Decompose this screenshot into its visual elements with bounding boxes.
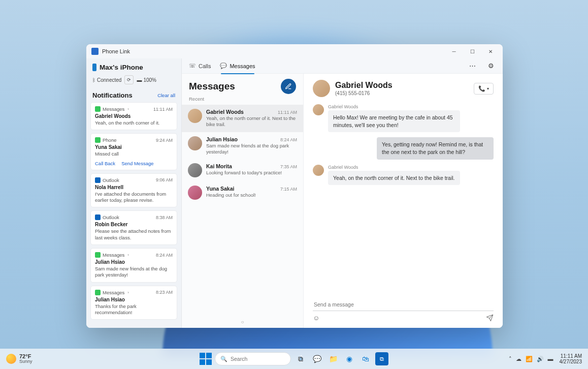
thread-item[interactable]: Yuna Sakai7:15 AMHeading out for school! xyxy=(182,181,303,204)
toolbar: ☏ Calls 💬 Messages ⋯ ⚙ xyxy=(182,58,503,74)
search-input[interactable] xyxy=(231,356,297,362)
emoji-button[interactable]: ☺ xyxy=(313,314,319,322)
messages-icon: 💬 xyxy=(220,63,227,69)
refresh-button[interactable]: ⟳ xyxy=(124,75,134,84)
message-row: Gabriel WoodsHello Max! We are meeting b… xyxy=(313,104,494,132)
thread-item[interactable]: Kai Morita7:35 AMLooking forward to toda… xyxy=(182,159,303,181)
clear-all-link[interactable]: Clear all xyxy=(157,93,175,98)
notifications-title: Notifications xyxy=(92,91,133,99)
message-bubble[interactable]: Hello Max! We are meeting by the cafe in… xyxy=(328,110,460,132)
loading-indicator: ○ xyxy=(182,316,303,328)
app-badge-icon xyxy=(95,290,101,295)
call-button[interactable]: 📞 ▾ xyxy=(474,83,494,95)
notification-card[interactable]: Outlook8:38 AMRobin BeckerPlease see the… xyxy=(90,210,177,245)
close-button[interactable]: ✕ xyxy=(481,44,500,58)
app-badge-icon xyxy=(95,137,101,143)
conversation-scroll[interactable]: Gabriel WoodsHello Max! We are meeting b… xyxy=(304,101,503,295)
conversation-column: Gabriel Woods (415) 555-0176 📞 ▾ Gabriel… xyxy=(304,74,503,328)
notification-action[interactable]: Call Back xyxy=(95,161,115,166)
notification-time: 8:24 AM xyxy=(156,253,173,258)
tab-messages[interactable]: 💬 Messages xyxy=(220,60,255,71)
thread-item[interactable]: Gabriel Woods11:11 AMYeah, on the north … xyxy=(182,105,303,132)
titlebar[interactable]: Phone Link ─ ☐ ✕ xyxy=(86,44,503,58)
chat-app[interactable]: 💬 xyxy=(310,352,323,365)
notification-body: Thanks for the park recommendation! xyxy=(95,303,173,316)
edge-app[interactable]: ◉ xyxy=(343,352,356,365)
app-badge-icon xyxy=(95,106,101,112)
explorer-app[interactable]: 📁 xyxy=(326,352,340,365)
taskbar[interactable]: 72°F Sunny 🔍 b ⧉ 💬 📁 ◉ 🛍 ⧉ ˄ ☁ 📶 🔊 ▬ 11:… xyxy=(0,349,588,369)
battery-status: ▬ 100% xyxy=(137,77,156,83)
notification-card[interactable]: Messages›8:23 AMJulian HsiaoThanks for t… xyxy=(90,286,177,320)
chevron-up-icon[interactable]: ˄ xyxy=(509,356,512,362)
app-name: Messages xyxy=(103,106,124,112)
status-row: ᛒ Connected ⟳ ▬ 100% xyxy=(86,73,181,88)
thread-time: 11:11 AM xyxy=(278,110,297,115)
task-view-button[interactable]: ⧉ xyxy=(294,352,307,365)
thread-snippet: Heading out for school! xyxy=(206,192,297,198)
weather-icon xyxy=(6,354,16,364)
app-badge-icon xyxy=(95,177,101,183)
volume-icon[interactable]: 🔊 xyxy=(537,356,544,362)
clock[interactable]: 11:11 AM 4/27/2023 xyxy=(560,353,582,364)
recent-label: Recent xyxy=(182,95,303,105)
minimize-button[interactable]: ─ xyxy=(445,44,463,58)
notification-card[interactable]: Messages›11:11 AMGabriel WoodsYeah, on t… xyxy=(90,102,177,130)
clock-date: 4/27/2023 xyxy=(560,359,582,364)
notification-body: Sam made new friends at the dog park yes… xyxy=(95,266,173,279)
thread-name: Julian Hsiao xyxy=(206,136,238,142)
app-icon xyxy=(91,48,99,55)
notification-time: 9:24 AM xyxy=(156,138,173,143)
compose-button[interactable] xyxy=(281,79,296,94)
store-app[interactable]: 🛍 xyxy=(359,352,372,365)
app-badge-icon xyxy=(95,214,101,220)
notification-body: I've attached the documents from earlier… xyxy=(95,191,173,204)
bluetooth-icon: ᛒ xyxy=(92,77,95,83)
thread-avatar xyxy=(188,136,202,150)
notification-card[interactable]: Phone9:24 AMYuna SakaiMissed callCall Ba… xyxy=(90,133,177,170)
phone-icon xyxy=(92,64,96,71)
device-row[interactable]: Max's iPhone xyxy=(86,62,181,73)
notification-time: 9:06 AM xyxy=(156,177,173,182)
onedrive-icon[interactable]: ☁ xyxy=(516,356,521,362)
weather-widget[interactable]: 72°F Sunny xyxy=(6,354,32,364)
message-avatar xyxy=(313,165,324,176)
message-sender: Gabriel Woods xyxy=(328,104,460,109)
notification-action[interactable]: Send Message xyxy=(121,161,153,166)
search-icon: 🔍 xyxy=(220,356,227,362)
phone-link-app[interactable]: ⧉ xyxy=(375,352,388,365)
message-bubble[interactable]: Yeah, on the north corner of it. Next to… xyxy=(328,171,460,186)
battery-icon: ▬ xyxy=(137,77,142,83)
notification-card[interactable]: Outlook9:06 AMNola HarrellI've attached … xyxy=(90,173,177,208)
thread-item[interactable]: Julian Hsiao8:24 AMSam made new friends … xyxy=(182,132,303,160)
message-bubble[interactable]: Yes, getting ready now! Remind me, is th… xyxy=(377,137,494,159)
notification-list[interactable]: Messages›11:11 AMGabriel WoodsYeah, on t… xyxy=(86,101,181,328)
notification-card[interactable]: Messages›8:24 AMJulian HsiaoSam made new… xyxy=(90,248,177,283)
phone-link-window: Phone Link ─ ☐ ✕ Max's iPhone ᛒ Connecte… xyxy=(86,44,503,328)
conversation-header: Gabriel Woods (415) 555-0176 📞 ▾ xyxy=(304,74,503,101)
send-button[interactable] xyxy=(486,314,494,322)
thread-avatar xyxy=(188,163,202,177)
thread-name: Yuna Sakai xyxy=(206,186,234,192)
message-row: Yes, getting ready now! Remind me, is th… xyxy=(313,137,494,159)
contact-name: Gabriel Woods xyxy=(335,81,469,90)
messages-column: Messages Recent Gabriel Woods11:11 AMYea… xyxy=(182,74,304,328)
system-tray[interactable]: ˄ ☁ 📶 🔊 ▬ 11:11 AM 4/27/2023 xyxy=(509,353,582,364)
maximize-button[interactable]: ☐ xyxy=(463,44,481,58)
wifi-icon[interactable]: 📶 xyxy=(526,356,533,362)
start-button[interactable] xyxy=(200,353,212,365)
chevron-down-icon: ▾ xyxy=(487,86,489,91)
app-name: Messages xyxy=(103,252,124,258)
thread-list[interactable]: Gabriel Woods11:11 AMYeah, on the north … xyxy=(182,105,303,316)
more-button[interactable]: ⋯ xyxy=(468,60,477,71)
notification-time: 8:23 AM xyxy=(156,290,173,295)
notification-sender: Nola Harrell xyxy=(95,184,173,190)
search-box[interactable]: 🔍 b xyxy=(215,352,291,365)
battery-tray-icon[interactable]: ▬ xyxy=(548,356,553,362)
settings-button[interactable]: ⚙ xyxy=(486,60,496,71)
contact-avatar[interactable] xyxy=(313,80,330,97)
tab-calls[interactable]: ☏ Calls xyxy=(189,60,211,71)
thread-name: Kai Morita xyxy=(206,163,232,169)
calls-icon: ☏ xyxy=(189,63,196,69)
message-input[interactable] xyxy=(313,298,494,311)
